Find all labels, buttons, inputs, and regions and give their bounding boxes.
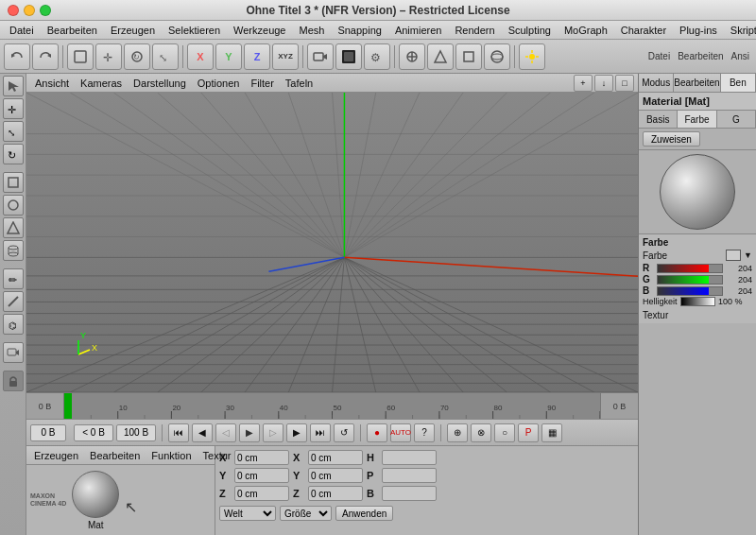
left-tool-pen[interactable]: ✏ <box>3 268 24 289</box>
transport-btn-c[interactable]: ○ <box>494 423 515 442</box>
farbe-dropdown-arrow[interactable]: ▼ <box>744 250 752 260</box>
menu-snapping[interactable]: Snapping <box>332 24 387 37</box>
menu-werkzeuge[interactable]: Werkzeuge <box>228 24 291 37</box>
redo-button[interactable] <box>32 43 59 70</box>
transport-record[interactable]: ● <box>367 423 387 442</box>
transport-next-key[interactable]: ▷ <box>263 423 284 442</box>
transport-btn-d[interactable]: P <box>518 423 539 442</box>
scale-button[interactable]: ⤡ <box>152 43 179 70</box>
subtab-g[interactable]: G <box>717 111 756 128</box>
menu-plugins[interactable]: Plug-ins <box>674 24 723 37</box>
right-tab-ben[interactable]: Ben <box>721 74 756 92</box>
tool3-button[interactable] <box>455 43 482 70</box>
left-tool-cone[interactable] <box>3 217 24 238</box>
z-axis-button[interactable]: Z <box>244 43 270 70</box>
minimize-button[interactable] <box>24 5 35 16</box>
z-pos-input[interactable] <box>234 486 289 501</box>
apply-button[interactable]: Anwenden <box>335 506 393 521</box>
transport-go-start[interactable]: ⏮ <box>168 423 189 442</box>
assign-button[interactable]: Zuweisen <box>643 131 700 147</box>
transport-frame-field[interactable] <box>30 424 66 441</box>
transport-next-frame[interactable]: ▶ <box>286 423 307 442</box>
menu-erzeugen[interactable]: Erzeugen <box>105 24 161 37</box>
menu-selektieren[interactable]: Selektieren <box>163 24 226 37</box>
left-tool-move[interactable]: ✛ <box>3 98 24 119</box>
menu-sculpting[interactable]: Sculpting <box>503 24 557 37</box>
y-pos-input[interactable] <box>234 468 289 483</box>
material-sphere-preview[interactable] <box>72 471 119 518</box>
left-tool-knife[interactable] <box>3 291 24 312</box>
farbe-color-swatch[interactable] <box>726 250 741 261</box>
menu-mesh[interactable]: Mesh <box>293 24 330 37</box>
vp-btn-1[interactable]: + <box>574 75 593 92</box>
vp-menu-filter[interactable]: Filter <box>246 77 278 90</box>
mat-tab-funktion[interactable]: Funktion <box>147 449 195 462</box>
render-button[interactable] <box>335 43 362 70</box>
subtab-farbe[interactable]: Farbe <box>678 111 716 128</box>
maximize-button[interactable] <box>40 5 51 16</box>
menu-bearbeiten[interactable]: Bearbeiten <box>42 24 103 37</box>
menu-skript[interactable]: Skript <box>725 24 756 37</box>
transport-auto-key[interactable]: AUTO <box>390 423 411 442</box>
xyz-button[interactable]: XYZ <box>272 43 299 70</box>
camera-button[interactable] <box>307 43 334 70</box>
undo-button[interactable] <box>4 43 30 70</box>
timeline[interactable]: 0 B 0 B <box>26 392 638 419</box>
menu-charakter[interactable]: Charakter <box>615 24 672 37</box>
left-tool-sphere[interactable] <box>3 195 24 216</box>
left-tool-scale[interactable]: ⤡ <box>3 121 24 142</box>
tool4-button[interactable] <box>484 43 510 70</box>
vp-btn-2[interactable]: ↓ <box>594 75 613 92</box>
right-toolbar-datei[interactable]: Datei <box>645 51 673 61</box>
vp-menu-tafeln[interactable]: Tafeln <box>281 77 318 90</box>
vp-menu-kameras[interactable]: Kameras <box>76 77 127 90</box>
h-input[interactable] <box>382 450 437 465</box>
transport-go-end[interactable]: ⏭ <box>310 423 331 442</box>
x-axis-button[interactable]: X <box>187 43 214 70</box>
left-tool-cube[interactable] <box>3 172 24 193</box>
transport-prev-frame[interactable]: ◀ <box>192 423 213 442</box>
menu-datei[interactable]: Datei <box>4 24 40 37</box>
select-button[interactable] <box>67 43 94 70</box>
left-tool-camera[interactable] <box>3 342 24 363</box>
transport-play[interactable]: ▶ <box>239 423 260 442</box>
left-tool-cylinder[interactable] <box>3 240 24 261</box>
tool1-button[interactable] <box>399 43 425 70</box>
right-tab-bearbeiten[interactable]: Bearbeiten <box>674 74 720 92</box>
vp-menu-optionen[interactable]: Optionen <box>193 77 245 90</box>
z2-pos-input[interactable] <box>308 486 363 501</box>
transport-btn-e[interactable]: ▦ <box>541 423 562 442</box>
left-tool-select[interactable] <box>3 76 24 96</box>
right-toolbar-ansi[interactable]: Ansi <box>729 51 752 61</box>
left-tool-bridge[interactable]: ⌬ <box>3 314 24 335</box>
menu-mograph[interactable]: MoGraph <box>558 24 613 37</box>
b-input[interactable] <box>382 486 437 501</box>
x-pos-input[interactable] <box>234 450 289 465</box>
transport-field-input[interactable] <box>74 424 113 441</box>
x2-pos-input[interactable] <box>308 450 363 465</box>
menu-animieren[interactable]: Animieren <box>389 24 448 37</box>
tool2-button[interactable] <box>427 43 454 70</box>
mat-tab-erzeugen[interactable]: Erzeugen <box>30 449 82 462</box>
vp-btn-3[interactable]: □ <box>615 75 634 92</box>
transport-loop[interactable]: ↺ <box>334 423 354 442</box>
subtab-basis[interactable]: Basis <box>639 111 678 128</box>
coord-mode-select[interactable]: Größe Position <box>280 506 332 521</box>
render-settings-button[interactable]: ⚙ <box>364 43 390 70</box>
timeline-ruler-canvas[interactable] <box>64 393 600 419</box>
right-tab-modus[interactable]: Modus <box>639 74 674 92</box>
p-input[interactable] <box>382 468 437 483</box>
move-button[interactable]: ✛ <box>95 43 122 70</box>
transport-btn-a[interactable]: ⊕ <box>447 423 468 442</box>
menu-rendern[interactable]: Rendern <box>449 24 500 37</box>
vp-menu-ansicht[interactable]: Ansicht <box>30 77 74 90</box>
rotate-button[interactable]: ↻ <box>124 43 150 70</box>
mat-tab-bearbeiten[interactable]: Bearbeiten <box>86 449 144 462</box>
coord-space-select[interactable]: Welt Lokal <box>219 506 276 521</box>
transport-frame-max[interactable] <box>116 424 156 441</box>
y2-pos-input[interactable] <box>308 468 363 483</box>
viewport-3d[interactable]: Zentralperspektive <box>26 93 638 392</box>
transport-prev-key[interactable]: ◁ <box>215 423 236 442</box>
light-button[interactable] <box>519 43 545 70</box>
transport-btn-b[interactable]: ⊗ <box>471 423 491 442</box>
